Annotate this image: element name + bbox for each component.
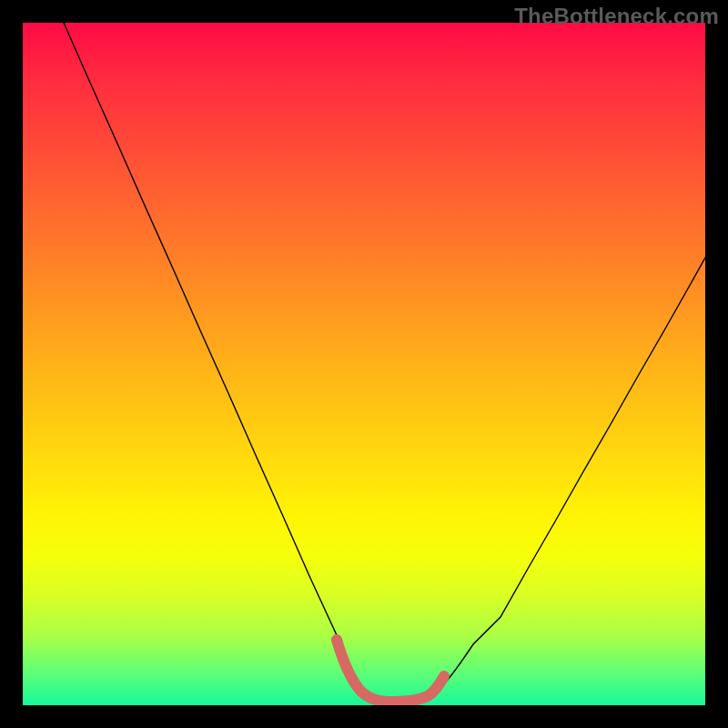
watermark-text: TheBottleneck.com [514, 4, 719, 29]
chart-frame: TheBottleneck.com [0, 0, 728, 728]
plot-area [23, 23, 705, 705]
optimal-range-marker-path [337, 640, 444, 702]
optimal-range-marker [23, 23, 705, 705]
